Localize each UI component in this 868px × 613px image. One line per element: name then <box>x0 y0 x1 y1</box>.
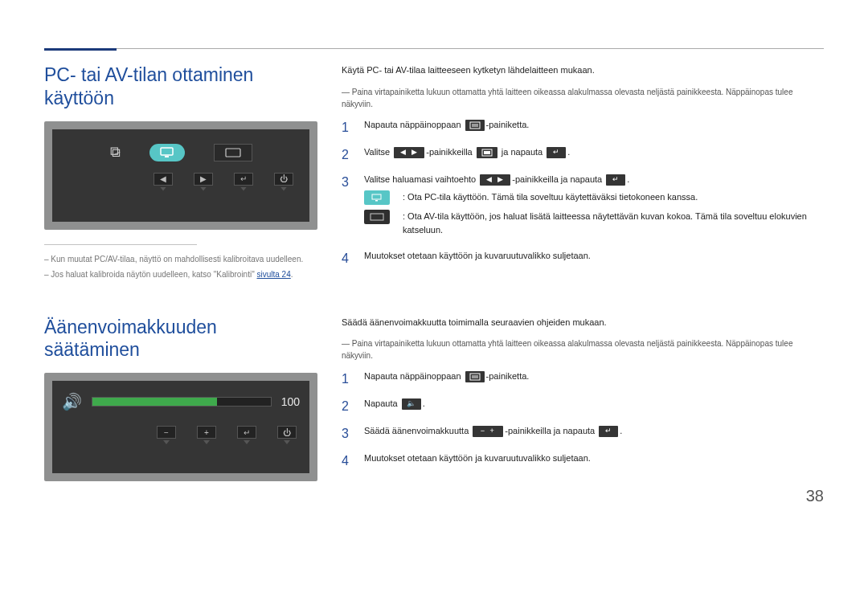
s2-step-num-4: 4 <box>342 452 351 471</box>
volume-bar <box>92 397 272 407</box>
pc-av-select-icon <box>477 147 497 158</box>
s2-step-num-2: 2 <box>342 397 351 416</box>
s1-step2-b: -painikkeilla <box>426 147 475 157</box>
pc-mode-icon <box>364 190 390 205</box>
osd-power-button-2: ⏻ <box>277 426 297 444</box>
note-recalibrate: Kun muutat PC/AV-tilaa, näyttö on mahdol… <box>44 253 317 265</box>
av-mode-text: : Ota AV-tila käyttöön, jos haluat lisät… <box>403 210 824 236</box>
osd-plus-button: + <box>197 426 216 444</box>
s2-step2-b: . <box>423 398 425 408</box>
osd-enter-button-2: ↵ <box>237 426 256 444</box>
section2-steps: 1 Napauta näppäinoppaan -painiketta. 2 N… <box>342 370 824 471</box>
minus-plus-icon: − + <box>473 426 503 437</box>
osd-pc-av-screenshot: ⧉̷ ◀ <box>44 121 317 230</box>
s2-step1-b: -painiketta. <box>486 371 530 381</box>
svg-rect-0 <box>161 148 173 155</box>
osd-enter-button: ↵ <box>234 173 253 191</box>
step-num-4: 4 <box>342 249 351 268</box>
s1-step2-d: . <box>567 147 570 157</box>
av-mode-pill <box>214 144 252 161</box>
av-mode-icon <box>364 210 390 224</box>
page-number: 38 <box>806 487 824 505</box>
s2-step4: Muutokset otetaan käyttöön ja kuvaruutuv… <box>364 452 824 465</box>
svg-rect-9 <box>375 200 378 202</box>
note-calibration-ref: Jos haluat kalibroida näytön uudelleen, … <box>44 268 317 280</box>
pc-mode-text: : Ota PC-tila käyttöön. Tämä tila sovelt… <box>403 190 698 204</box>
step-num-1: 1 <box>342 118 351 137</box>
s1-step1-b: -painiketta. <box>486 120 530 129</box>
left-right-icon-2: ◀ ▶ <box>480 174 510 186</box>
svg-rect-8 <box>372 194 381 199</box>
section1-steps: 1 Napauta näppäinoppaan -painiketta. 2 V… <box>342 118 824 269</box>
s1-step2-c: ja napauta <box>499 147 546 157</box>
section2-dash-note: Paina virtapainiketta lukuun ottamatta y… <box>342 337 824 362</box>
osd-volume-screenshot: 🔊 100 − + ↵ ⏻ <box>44 373 317 481</box>
s2-step-num-1: 1 <box>342 370 351 389</box>
monitor-icon <box>160 147 174 158</box>
s2-step1-a: Napauta näppäinoppaan <box>364 371 464 381</box>
link-page-24[interactable]: sivulta 24 <box>257 270 291 279</box>
s2-step-num-3: 3 <box>342 424 351 443</box>
svg-rect-11 <box>470 374 480 380</box>
svg-rect-2 <box>226 149 240 157</box>
menu-icon <box>465 120 485 131</box>
osd-minus-button: − <box>157 426 176 444</box>
step-num-3: 3 <box>342 173 351 192</box>
section1-intro: Käytä PC- tai AV-tilaa laitteeseen kytke… <box>342 63 824 77</box>
s1-step4: Muutokset otetaan käyttöön ja kuvaruutuv… <box>364 249 824 263</box>
svg-rect-10 <box>371 214 383 220</box>
note2-prefix: Jos haluat kalibroida näytön uudelleen, … <box>51 270 256 279</box>
s1-step3-c: . <box>627 174 629 184</box>
section2-title: Äänenvoimakkuuden säätäminen <box>44 316 317 362</box>
enter-icon-2: ↵ <box>606 174 625 186</box>
s2-step2-a: Napauta <box>364 398 400 408</box>
notes-separator <box>44 244 197 245</box>
s1-step3-a: Valitse haluamasi vaihtoehto <box>364 174 478 184</box>
osd-power-button: ⏻ <box>274 173 293 191</box>
left-right-icon: ◀ ▶ <box>394 147 424 158</box>
section2-intro: Säädä äänenvoimakkuutta toimimalla seura… <box>342 316 824 329</box>
s2-step3-b: -painikkeilla ja napauta <box>505 426 597 435</box>
s2-step3-c: . <box>620 426 622 435</box>
svg-rect-7 <box>484 151 490 154</box>
tv-icon <box>225 148 241 157</box>
s1-step1-a: Napauta näppäinoppaan <box>364 120 464 129</box>
step-num-2: 2 <box>342 145 351 165</box>
volume-value: 100 <box>281 395 300 408</box>
section1-dash-note: Paina virtapainiketta lukuun ottamatta y… <box>342 86 824 110</box>
s1-step2-a: Valitse <box>364 147 392 157</box>
osd-right-button: ▶ <box>194 173 213 191</box>
s1-step3-b: -painikkeilla ja napauta <box>512 174 604 184</box>
menu-icon-2 <box>465 371 485 382</box>
s2-step3-a: Säädä äänenvoimakkuutta <box>364 426 471 435</box>
source-icon: ⧉̷ <box>110 144 121 161</box>
svg-rect-1 <box>165 156 169 157</box>
speaker-inline-icon: 🔈 <box>402 398 421 410</box>
section1-title: PC- tai AV-tilan ottaminen käyttöön <box>44 63 317 110</box>
svg-rect-3 <box>470 122 480 129</box>
speaker-icon: 🔊 <box>62 392 82 411</box>
enter-icon: ↵ <box>547 147 566 158</box>
osd-left-button: ◀ <box>154 173 173 191</box>
pc-mode-pill <box>149 144 185 161</box>
enter-icon-3: ↵ <box>599 426 618 437</box>
